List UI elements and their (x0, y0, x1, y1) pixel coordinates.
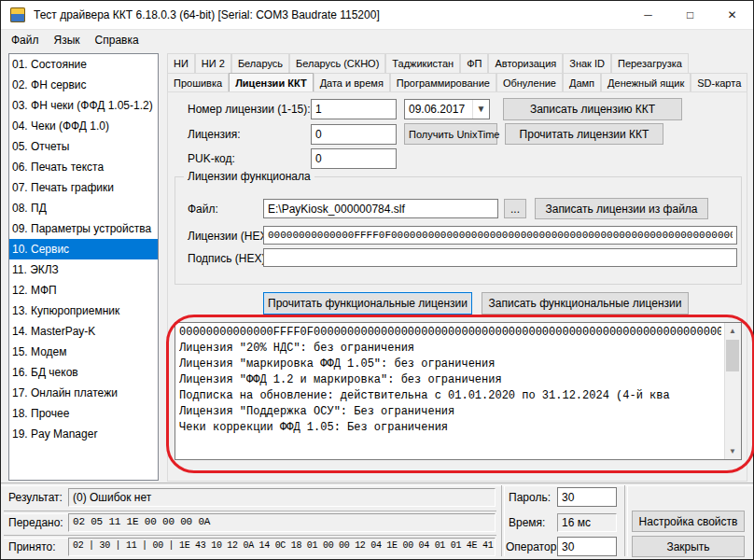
output-line: Лицензия "ФФД 1.2 и маркировка": без огр… (179, 372, 721, 388)
functional-licenses-group-title: Лицензии функционала (184, 170, 314, 183)
puk-label: PUK-код: (188, 152, 235, 165)
sidebar-item[interactable]: 07. Печать графики (9, 177, 158, 198)
close-window-button[interactable]: Закрыть (632, 536, 745, 557)
tab[interactable]: Знак ID (563, 53, 611, 73)
tab[interactable]: Перезагрузка (611, 53, 689, 73)
sidebar-item[interactable]: 15. Модем (9, 342, 158, 362)
menu-item[interactable]: Файл (4, 30, 47, 50)
tab[interactable]: Таджикистан (385, 53, 460, 73)
operator-label: Оператор: (506, 540, 560, 553)
tab[interactable]: Прошивка (167, 73, 229, 92)
tab[interactable]: Беларусь (231, 53, 289, 73)
properties-settings-button[interactable]: Настройка свойств (632, 511, 745, 532)
license-number-input[interactable] (311, 99, 397, 119)
tab[interactable]: Программирование (390, 73, 496, 92)
sidebar-mode-list: 01. Состояние02. ФН сервис03. ФН чеки (Ф… (8, 53, 159, 481)
sent-label: Передано: (8, 516, 63, 529)
window-title: Тест драйвера ККТ 6.18.0.3 (64-bit) [Ser… (34, 8, 627, 21)
scrollbar-thumb[interactable] (726, 340, 739, 371)
tab[interactable]: Авторизация (488, 53, 563, 73)
sidebar-item[interactable]: 13. Купюроприемник (9, 301, 158, 321)
output-log[interactable]: 00000000000000FFFF0F00000000000000000000… (175, 323, 725, 459)
license-date-value: 09.06.2017 (405, 103, 472, 116)
license-date-picker[interactable]: 09.06.2017 ▼ (404, 99, 490, 119)
title-bar: Тест драйвера ККТ 6.18.0.3 (64-bit) [Ser… (1, 1, 753, 30)
tab[interactable]: Лицензии ККТ (229, 73, 313, 92)
tab-row-1: НИНИ 2БеларусьБеларусь (СКНО)Таджикистан… (167, 53, 747, 73)
sidebar-item[interactable]: 19. Pay Manager (9, 424, 158, 444)
app-window: Тест драйвера ККТ 6.18.0.3 (64-bit) [Ser… (0, 0, 754, 560)
output-line: Лицензия "Поддержка ОСУ": Без ограничени… (179, 404, 721, 420)
sidebar-item[interactable]: 18. Прочее (9, 403, 158, 424)
status-vertical-separator-2 (624, 485, 628, 556)
sidebar-item[interactable]: 10. Сервис (9, 239, 158, 259)
time-value: 16 мс (557, 513, 617, 532)
license-value-input[interactable] (311, 124, 397, 145)
app-icon (10, 7, 25, 22)
menu-item[interactable]: Справка (88, 30, 147, 50)
result-value: (0) Ошибок нет (68, 488, 496, 507)
file-label: Файл: (188, 203, 218, 216)
sidebar-item[interactable]: 05. Отчеты (9, 136, 158, 157)
output-line: Чеки коррекции ФФД 1.05: Без ограничения (179, 420, 721, 436)
tab[interactable]: ФП (460, 53, 488, 73)
maximize-icon[interactable]: □ (669, 1, 711, 29)
tab[interactable]: НИ (167, 53, 195, 73)
tab[interactable]: НИ 2 (195, 53, 231, 73)
menu-item[interactable]: Язык (47, 30, 88, 50)
password-label: Пароль: (509, 491, 551, 504)
operator-input[interactable] (557, 537, 617, 556)
write-functional-licenses-button[interactable]: Записать функциональные лицензии (482, 292, 689, 315)
scroll-up-icon[interactable]: ▲ (725, 323, 740, 339)
received-value: 02 | 30 | 11 | 00 | 1E 43 10 12 0A 14 0C… (68, 538, 496, 556)
signature-hex-label: Подпись (HEX): (188, 252, 269, 265)
close-icon[interactable]: ✕ (711, 1, 753, 29)
licenses-hex-label: Лицензии (HEX): (188, 230, 274, 243)
sidebar-item[interactable]: 02. ФН сервис (9, 75, 158, 95)
sidebar-item[interactable]: 08. ПД (9, 198, 158, 218)
tab[interactable]: Беларусь (СКНО) (289, 53, 385, 73)
minimize-icon[interactable]: ─ (627, 1, 669, 29)
output-line: Лицензия "20% НДС": без ограничения (179, 341, 721, 357)
license-output-box: 00000000000000FFFF0F00000000000000000000… (175, 322, 742, 460)
read-functional-licenses-button[interactable]: Прочитать функциональные лицензии (263, 292, 472, 315)
scroll-down-icon[interactable]: ▼ (725, 443, 740, 459)
sidebar-item[interactable]: 04. Чеки (ФФД 1.0) (9, 116, 158, 136)
file-path-input[interactable] (263, 199, 498, 218)
sent-value: 02 05 11 1E 00 00 00 0A (68, 513, 496, 532)
sidebar-item[interactable]: 06. Печать текста (9, 157, 158, 177)
time-label: Время: (509, 516, 545, 529)
vertical-scrollbar[interactable]: ▲ ▼ (724, 323, 741, 459)
menu-bar: ФайлЯзыкСправка (1, 30, 753, 51)
sidebar-item[interactable]: 16. БД чеков (9, 362, 158, 383)
write-kkt-license-button[interactable]: Записать лицензию ККТ (503, 98, 682, 120)
received-label: Принято: (8, 540, 56, 553)
output-line: Подписка на обновление: действительна с … (179, 388, 721, 404)
sidebar-item[interactable]: 14. MasterPay-K (9, 321, 158, 342)
window-controls: ─ □ ✕ (627, 1, 753, 29)
license-label: Лицензия: (188, 128, 241, 141)
tab[interactable]: Дата и время (314, 73, 390, 92)
signature-hex-input[interactable] (263, 248, 737, 267)
read-kkt-licenses-button[interactable]: Прочитать лицензии ККТ (505, 123, 663, 145)
tab[interactable]: Денежный ящик (601, 73, 691, 92)
sidebar-item[interactable]: 11. ЭКЛЗ (9, 259, 158, 280)
get-unixtime-button[interactable]: Получить UnixTime (404, 123, 497, 145)
password-input[interactable] (557, 487, 617, 507)
chevron-down-icon[interactable]: ▼ (472, 100, 489, 119)
output-line: 00000000000000FFFF0F00000000000000000000… (179, 325, 721, 341)
browse-file-button[interactable]: ... (504, 199, 526, 218)
licenses-hex-input[interactable] (263, 226, 737, 245)
sidebar-item[interactable]: 01. Состояние (9, 54, 158, 75)
puk-input[interactable] (311, 148, 397, 169)
status-top-separator (1, 483, 753, 486)
tab[interactable]: SD-карта (691, 73, 747, 92)
sidebar-item[interactable]: 09. Параметры устройства (9, 218, 158, 239)
tab-row-2: ПрошивкаЛицензии ККТДата и времяПрограмм… (167, 73, 747, 92)
write-licenses-from-file-button[interactable]: Записать лицензии из файла (535, 198, 708, 219)
sidebar-item[interactable]: 03. ФН чеки (ФФД 1.05-1.2) (9, 95, 158, 116)
sidebar-item[interactable]: 17. Онлайн платежи (9, 383, 158, 403)
tab[interactable]: Дамп (563, 73, 601, 92)
sidebar-item[interactable]: 12. МФП (9, 280, 158, 301)
tab[interactable]: Обнуление (496, 73, 563, 92)
